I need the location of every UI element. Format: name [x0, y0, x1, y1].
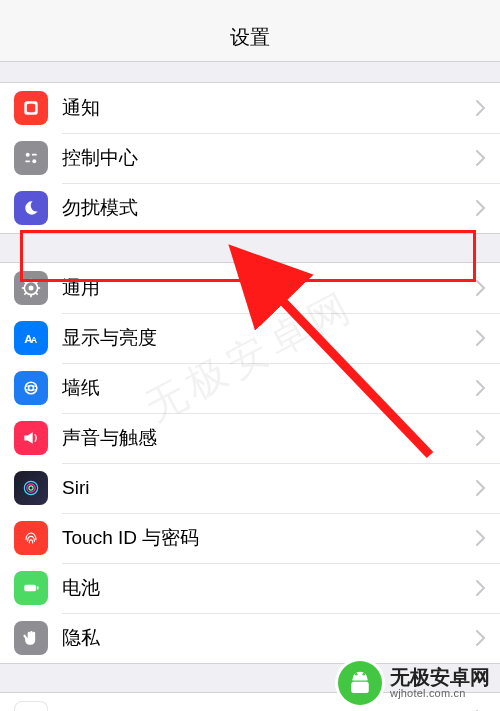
svg-point-16: [25, 382, 37, 394]
gear-icon: [14, 271, 48, 305]
svg-point-21: [29, 486, 33, 490]
svg-rect-23: [37, 586, 39, 589]
row-label: 电池: [62, 575, 476, 601]
row-label: 控制中心: [62, 145, 476, 171]
svg-rect-26: [351, 682, 369, 693]
chevron-right-icon: [476, 530, 486, 546]
chevron-right-icon: [476, 580, 486, 596]
notifications-icon: [14, 91, 48, 125]
settings-group-1: 通知 控制中心 勿扰模式: [0, 82, 500, 234]
siri-icon: [14, 471, 48, 505]
chevron-right-icon: [476, 630, 486, 646]
dnd-moon-icon: [14, 191, 48, 225]
svg-point-2: [26, 153, 30, 157]
page-title: 设置: [0, 18, 500, 62]
chevron-right-icon: [476, 100, 486, 116]
fingerprint-icon: [14, 521, 48, 555]
watermark-logo-icon: [338, 661, 382, 705]
chevron-right-icon: [476, 280, 486, 296]
control-center-icon: [14, 141, 48, 175]
row-label: 声音与触感: [62, 425, 476, 451]
svg-point-28: [363, 673, 366, 676]
row-control-center[interactable]: 控制中心: [0, 133, 500, 183]
chevron-right-icon: [476, 150, 486, 166]
row-label: Siri: [62, 477, 476, 499]
row-touchid[interactable]: Touch ID 与密码: [0, 513, 500, 563]
svg-line-10: [24, 281, 26, 283]
row-label: 通用: [62, 275, 476, 301]
svg-line-13: [36, 281, 38, 283]
row-dnd[interactable]: 勿扰模式: [0, 183, 500, 233]
svg-point-5: [29, 286, 34, 291]
status-bar: [0, 0, 500, 18]
svg-rect-1: [27, 104, 35, 112]
chevron-right-icon: [476, 380, 486, 396]
svg-text:A: A: [31, 335, 37, 345]
watermark-brand-en: wjhotel.com.cn: [390, 688, 490, 700]
svg-line-11: [36, 293, 38, 295]
row-label: 墙纸: [62, 375, 476, 401]
svg-line-12: [24, 293, 26, 295]
row-label: 隐私: [62, 625, 476, 651]
row-label: iCloud: [62, 707, 476, 711]
watermark-footer: 无极安卓网 wjhotel.com.cn: [338, 661, 490, 705]
row-label: 通知: [62, 95, 476, 121]
sounds-icon: [14, 421, 48, 455]
settings-group-2: 通用 AA 显示与亮度 墙纸 声音与触感: [0, 262, 500, 664]
row-siri[interactable]: Siri: [0, 463, 500, 513]
chevron-right-icon: [476, 200, 486, 216]
chevron-right-icon: [476, 480, 486, 496]
icloud-icon: [14, 701, 48, 711]
row-label: 显示与亮度: [62, 325, 476, 351]
svg-point-27: [355, 673, 358, 676]
watermark-brand-zh: 无极安卓网: [390, 667, 490, 688]
svg-rect-22: [24, 585, 36, 592]
display-icon: AA: [14, 321, 48, 355]
row-label: 勿扰模式: [62, 195, 476, 221]
row-privacy[interactable]: 隐私: [0, 613, 500, 663]
privacy-hand-icon: [14, 621, 48, 655]
svg-point-3: [32, 159, 36, 163]
settings-screen: { "nav": { "title": "设置" }, "groups": [ …: [0, 0, 500, 711]
chevron-right-icon: [476, 330, 486, 346]
row-wallpaper[interactable]: 墙纸: [0, 363, 500, 413]
row-display[interactable]: AA 显示与亮度: [0, 313, 500, 363]
row-general[interactable]: 通用: [0, 263, 500, 313]
row-sounds[interactable]: 声音与触感: [0, 413, 500, 463]
row-battery[interactable]: 电池: [0, 563, 500, 613]
row-label: Touch ID 与密码: [62, 525, 476, 551]
battery-icon: [14, 571, 48, 605]
wallpaper-icon: [14, 371, 48, 405]
row-notifications[interactable]: 通知: [0, 83, 500, 133]
svg-point-20: [27, 484, 35, 492]
svg-point-17: [29, 386, 34, 391]
chevron-right-icon: [476, 430, 486, 446]
